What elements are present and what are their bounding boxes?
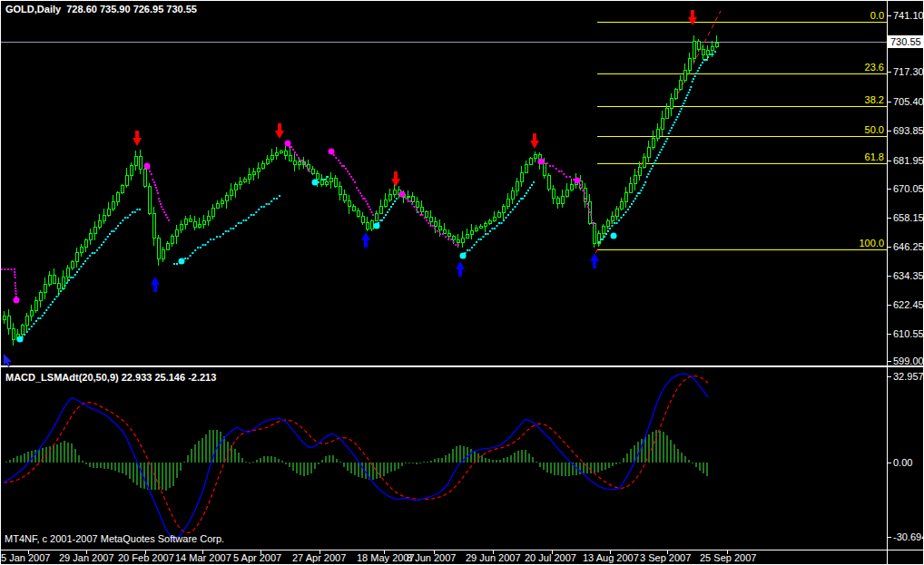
trail-dot xyxy=(371,211,373,213)
candle-body xyxy=(21,325,24,334)
trail-dot xyxy=(120,222,122,224)
candle-body xyxy=(715,43,718,46)
time-axis: 5 Jan 200729 Jan 200720 Feb 200714 Mar 2… xyxy=(1,550,756,563)
candle-body xyxy=(525,164,527,172)
candle-body xyxy=(125,175,128,185)
trail-dot xyxy=(455,244,457,246)
mt4-chart-window: 0.023.638.250.061.8100.0741.10717.30705.… xyxy=(0,0,924,565)
trail-dot xyxy=(510,211,512,213)
trail-dot xyxy=(33,323,34,325)
candle-body xyxy=(683,70,686,80)
trail-dot xyxy=(467,249,468,251)
trail-dot xyxy=(390,206,392,208)
trail-dot xyxy=(52,301,54,303)
trail-dot xyxy=(659,151,661,153)
date-label: 29 Jan 2007 xyxy=(59,552,114,563)
trail-dot xyxy=(279,195,280,197)
trail-dot xyxy=(533,181,535,183)
trail-dot xyxy=(103,241,104,243)
trail-dot xyxy=(153,181,155,183)
trail-dot xyxy=(207,241,209,243)
trail-dot xyxy=(457,244,459,246)
macd-axis: 32.9570.00-30.694 xyxy=(887,371,924,542)
candle-body xyxy=(329,178,332,181)
candle-body xyxy=(25,316,28,325)
trail-dot xyxy=(132,211,133,213)
trail-dot xyxy=(453,241,455,243)
candle-body xyxy=(270,155,273,159)
trail-dot xyxy=(361,195,363,197)
candle-body xyxy=(93,227,96,233)
trail-dot xyxy=(309,170,310,172)
date-label: 8 Jun 2007 xyxy=(407,552,456,563)
chart-canvas[interactable]: 0.023.638.250.061.8100.0741.10717.30705.… xyxy=(0,0,924,565)
candle-body xyxy=(661,118,664,129)
trail-start-dot-up xyxy=(460,253,467,259)
candle-body xyxy=(702,49,704,54)
trail-dot xyxy=(347,170,349,172)
candle-body xyxy=(112,201,114,209)
candle-body xyxy=(116,192,119,201)
sell-arrow-icon xyxy=(688,10,697,25)
trail-dot xyxy=(679,111,681,112)
trail-dot xyxy=(434,228,436,229)
trail-dot xyxy=(408,200,409,202)
trail-dot xyxy=(161,206,162,208)
trail-dot xyxy=(618,219,620,221)
trail-dot xyxy=(190,255,192,257)
trail-dot xyxy=(634,198,636,200)
trail-dot xyxy=(501,222,503,224)
trail-dot xyxy=(66,282,68,284)
trail-dot xyxy=(506,217,507,219)
candle-body xyxy=(248,174,251,179)
trail-dot xyxy=(621,217,623,219)
trail-dot xyxy=(156,190,158,191)
price-label: 705.40 xyxy=(893,96,924,107)
trail-dot xyxy=(56,296,58,297)
candle-body xyxy=(89,233,92,239)
mouse-cursor xyxy=(4,354,12,367)
trail-dot xyxy=(305,165,307,167)
trail-dot xyxy=(552,165,554,167)
trail-dot xyxy=(93,252,95,254)
trail-dot xyxy=(602,239,604,240)
trail-dot xyxy=(614,222,615,224)
trail-dot xyxy=(442,233,444,235)
candle-body xyxy=(506,199,509,206)
candle-body xyxy=(488,220,491,223)
candle-body xyxy=(516,181,518,190)
trail-dot xyxy=(356,187,358,189)
trail-dot xyxy=(700,64,702,66)
trail-start-dot-down xyxy=(144,163,151,170)
date-label: 20 Jul 2007 xyxy=(525,552,576,563)
trail-dot xyxy=(492,228,494,229)
candle-body xyxy=(679,80,682,89)
trail-dot xyxy=(665,141,667,142)
trail-dot xyxy=(24,334,25,336)
candle-body xyxy=(711,46,713,50)
candle-body xyxy=(565,190,568,196)
trail-dot xyxy=(341,165,343,167)
candle-body xyxy=(643,157,645,167)
trail-dot xyxy=(639,192,641,194)
buy-arrow-icon xyxy=(361,232,370,248)
trail-dot xyxy=(139,209,141,210)
candle-body xyxy=(624,192,627,201)
date-label: 27 Apr 2007 xyxy=(292,552,346,563)
trail-dot xyxy=(44,312,45,314)
candle-body xyxy=(243,179,246,181)
candle-body xyxy=(98,220,101,227)
trail-dot xyxy=(184,258,186,259)
candle-body xyxy=(107,209,110,215)
trail-dot xyxy=(136,209,138,210)
trail-dot xyxy=(40,317,42,319)
macd-axis-label: -30.694 xyxy=(893,531,924,542)
trail-dot xyxy=(248,217,250,219)
trail-dot xyxy=(81,266,83,268)
candle-body xyxy=(148,186,151,213)
trail-dot xyxy=(646,176,648,178)
date-label: 5 Jan 2007 xyxy=(1,552,50,563)
trail-dot xyxy=(213,239,215,240)
fib-level-label: 61.8 xyxy=(865,151,884,162)
trail-dot xyxy=(369,206,370,208)
